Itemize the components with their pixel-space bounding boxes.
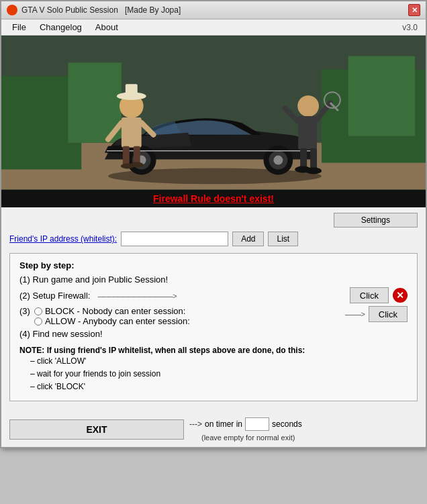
on-timer-label: on timer in: [205, 419, 242, 429]
menu-bar: File Changelog About v3.0: [1, 19, 426, 36]
step4-text: (4) Find new session!: [19, 329, 408, 339]
menu-changelog[interactable]: Changelog: [34, 21, 87, 34]
exit-button[interactable]: EXIT: [9, 419, 184, 440]
radio-allow-row: ALLOW - Anybody can enter session:: [34, 316, 342, 326]
note-line1: – click 'ALLOW': [30, 355, 408, 368]
radio-allow-label: ALLOW - Anybody can enter session:: [45, 316, 190, 326]
step2-text: (2) Setup Firewall: --------------------…: [19, 291, 346, 301]
error-icon[interactable]: ✕: [393, 288, 408, 303]
menu-file[interactable]: File: [7, 21, 32, 34]
svg-point-32: [130, 162, 144, 168]
title-bar: GTA V Solo Public Session [Made By Jopa]…: [1, 1, 426, 19]
step3-num: (3): [19, 306, 30, 316]
svg-rect-16: [122, 117, 142, 148]
note-area: NOTE: If using friend's IP whitelist, wh…: [19, 342, 408, 394]
content-area: Settings Friend's IP address (whitelist)…: [1, 207, 426, 412]
settings-row: Settings: [9, 213, 418, 228]
step3-arrow: --------->: [344, 310, 364, 318]
menu-items: File Changelog About: [7, 21, 124, 34]
note-line3: – click 'BLOCK': [30, 381, 408, 393]
settings-button[interactable]: Settings: [334, 213, 418, 228]
steps-box: Step by step: (1) Run game and join Publ…: [9, 253, 418, 401]
note-indent: – click 'ALLOW' – wait for your friends …: [30, 355, 408, 394]
title-bar-left: GTA V Solo Public Session [Made By Jopa]: [7, 5, 181, 15]
step1-row: (1) Run game and join Public Session!: [19, 274, 408, 285]
add-button[interactable]: Add: [232, 232, 264, 246]
step1-text: (1) Run game and join Public Session!: [19, 274, 408, 285]
step2-arrow: ----------------------------------------…: [97, 292, 176, 300]
step3-row: (3) BLOCK - Nobody can enter session: AL…: [19, 306, 408, 326]
svg-point-12: [273, 156, 283, 165]
timer-note: (leave empty for normal exit): [201, 434, 295, 442]
banner-image: [1, 36, 426, 190]
step3-click-button[interactable]: Click: [369, 306, 408, 322]
status-bar: Firewall Rule doesn't exist!: [1, 190, 426, 207]
step3-radios: BLOCK - Nobody can enter session: ALLOW …: [34, 306, 342, 326]
step2-row: (2) Setup Firewall: --------------------…: [19, 287, 408, 303]
radio-block[interactable]: [34, 307, 42, 315]
note-bold: NOTE: If using friend's IP whitelist, wh…: [19, 346, 305, 355]
radio-allow[interactable]: [34, 317, 42, 325]
title-text-main: GTA V Solo Public Session: [21, 5, 118, 15]
svg-point-21: [297, 95, 319, 117]
ip-input[interactable]: [121, 232, 228, 246]
main-window: GTA V Solo Public Session [Made By Jopa]…: [0, 0, 427, 448]
svg-rect-19: [123, 146, 130, 166]
radio-block-row: BLOCK - Nobody can enter session:: [34, 306, 342, 316]
svg-rect-22: [298, 116, 317, 150]
bottom-bar: EXIT ---> on timer in seconds (leave emp…: [1, 412, 426, 447]
timer-input[interactable]: [245, 417, 269, 431]
timer-line1: ---> on timer in seconds: [189, 417, 302, 431]
step4-row: (4) Find new session!: [19, 329, 408, 339]
ip-label[interactable]: Friend's IP address (whitelist):: [9, 234, 117, 244]
ip-row: Friend's IP address (whitelist): Add Lis…: [9, 232, 418, 246]
version-label: v3.0: [402, 23, 418, 32]
close-button[interactable]: ✕: [408, 4, 420, 16]
svg-rect-5: [348, 56, 415, 136]
timer-arrow: --->: [189, 419, 202, 429]
svg-rect-15: [126, 84, 138, 97]
note-line2: – wait for your friends to join session: [30, 368, 408, 381]
app-icon: [7, 5, 17, 15]
seconds-label: seconds: [272, 419, 302, 429]
radio-block-label: BLOCK - Nobody can enter session:: [45, 306, 186, 316]
svg-point-30: [305, 167, 322, 174]
step2-click-button[interactable]: Click: [350, 287, 389, 303]
menu-about[interactable]: About: [90, 21, 124, 34]
timer-row: ---> on timer in seconds (leave empty fo…: [189, 417, 418, 442]
list-button[interactable]: List: [268, 232, 298, 246]
status-message: Firewall Rule doesn't exist!: [153, 193, 274, 204]
svg-rect-20: [134, 146, 140, 165]
window-title: GTA V Solo Public Session [Made By Jopa]: [21, 5, 181, 15]
svg-rect-28: [310, 148, 317, 171]
steps-title: Step by step:: [19, 260, 408, 270]
step3-btn-area: ---------> Click: [344, 306, 408, 322]
title-text-sub: [Made By Jopa]: [125, 5, 181, 15]
